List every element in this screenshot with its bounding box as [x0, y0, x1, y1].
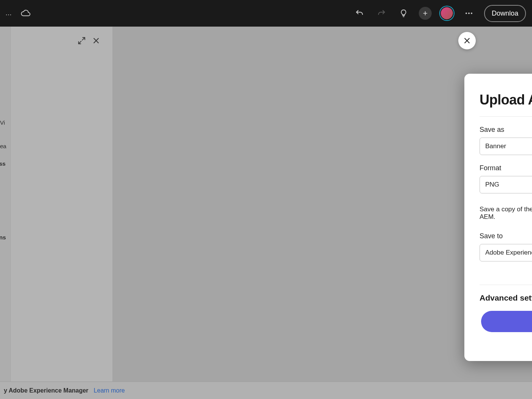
- advanced-settings-toggle[interactable]: Advanced settings: [480, 293, 532, 302]
- svg-point-2: [471, 13, 472, 14]
- editable-copy-label: Save a copy of the editable link (Adobe …: [480, 206, 532, 221]
- more-icon[interactable]: [462, 6, 476, 20]
- lightbulb-icon[interactable]: [397, 6, 410, 20]
- svg-point-0: [466, 13, 467, 14]
- modal-form: Upload Assets Save as Format PNG Size 2X: [464, 74, 532, 361]
- save-to-label: Save to: [480, 232, 532, 240]
- save-to-value: Adobe Experience Manager / Banner with d…: [485, 249, 532, 256]
- upload-assets-modal: Upload Assets Save as Format PNG Size 2X: [464, 74, 532, 361]
- redo-icon[interactable]: [375, 6, 388, 20]
- svg-point-1: [468, 13, 470, 14]
- undo-icon[interactable]: [353, 6, 366, 20]
- advanced-settings-label: Advanced settings: [480, 293, 532, 302]
- add-button[interactable]: [419, 7, 432, 20]
- upload-button[interactable]: Upload to AEM: [481, 311, 532, 332]
- user-avatar[interactable]: [440, 6, 454, 20]
- cloud-icon[interactable]: [19, 6, 32, 20]
- format-label: Format: [480, 164, 532, 172]
- save-as-input[interactable]: [480, 138, 532, 155]
- save-as-label: Save as: [480, 126, 532, 134]
- divider: [480, 116, 532, 117]
- modal-title: Upload Assets: [480, 92, 532, 108]
- app-header: … Downloa: [0, 0, 532, 27]
- download-label: Downloa: [492, 10, 518, 17]
- divider: [480, 285, 532, 285]
- format-select[interactable]: PNG: [480, 176, 532, 193]
- download-button[interactable]: Downloa: [484, 5, 526, 22]
- header-ellipsis: …: [5, 10, 12, 17]
- modal-overlay: [0, 27, 532, 399]
- modal-close-button[interactable]: Upload Assets Save as Format PNG Size 2X: [458, 32, 476, 49]
- save-to-select[interactable]: Adobe Experience Manager / Banner with d…: [480, 244, 532, 261]
- format-value: PNG: [485, 181, 499, 188]
